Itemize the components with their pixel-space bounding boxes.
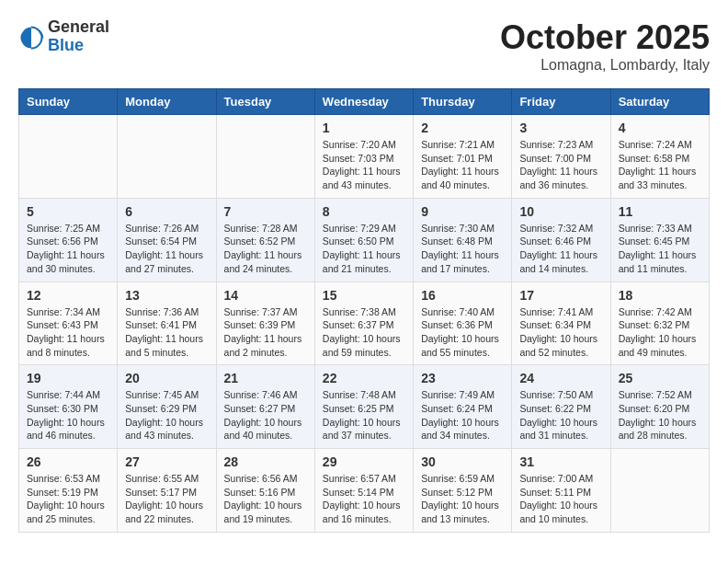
day-info: Sunrise: 7:20 AM Sunset: 7:03 PM Dayligh…	[323, 138, 405, 192]
weekday-header: Friday	[512, 89, 610, 115]
calendar-cell: 4Sunrise: 7:24 AM Sunset: 6:58 PM Daylig…	[610, 115, 709, 199]
calendar-cell: 24Sunrise: 7:50 AM Sunset: 6:22 PM Dayli…	[512, 365, 610, 449]
calendar-cell: 3Sunrise: 7:23 AM Sunset: 7:00 PM Daylig…	[512, 115, 610, 199]
day-number: 14	[224, 288, 307, 303]
calendar-cell: 23Sunrise: 7:49 AM Sunset: 6:24 PM Dayli…	[414, 365, 512, 449]
calendar-table: SundayMondayTuesdayWednesdayThursdayFrid…	[18, 88, 710, 533]
day-info: Sunrise: 7:28 AM Sunset: 6:52 PM Dayligh…	[224, 222, 307, 276]
day-number: 2	[421, 121, 504, 135]
day-number: 12	[27, 288, 109, 303]
logo-blue: Blue	[48, 37, 109, 55]
calendar-cell: 13Sunrise: 7:36 AM Sunset: 6:41 PM Dayli…	[118, 282, 216, 365]
day-info: Sunrise: 7:30 AM Sunset: 6:48 PM Dayligh…	[421, 222, 504, 276]
day-number: 18	[619, 288, 701, 303]
logo: General Blue	[18, 18, 109, 55]
day-info: Sunrise: 7:32 AM Sunset: 6:46 PM Dayligh…	[519, 222, 602, 276]
day-number: 19	[27, 371, 109, 385]
day-info: Sunrise: 7:25 AM Sunset: 6:56 PM Dayligh…	[27, 222, 109, 276]
month-title: October 2025	[500, 18, 710, 57]
day-number: 5	[27, 204, 109, 219]
title-block: October 2025 Lomagna, Lombardy, Italy	[500, 18, 710, 74]
day-info: Sunrise: 7:29 AM Sunset: 6:50 PM Dayligh…	[323, 222, 405, 276]
day-info: Sunrise: 7:36 AM Sunset: 6:41 PM Dayligh…	[125, 305, 208, 360]
day-info: Sunrise: 7:26 AM Sunset: 6:54 PM Dayligh…	[125, 222, 208, 276]
day-number: 16	[421, 288, 504, 303]
day-number: 9	[421, 204, 504, 219]
calendar-header-row: SundayMondayTuesdayWednesdayThursdayFrid…	[19, 89, 710, 115]
calendar-cell: 8Sunrise: 7:29 AM Sunset: 6:50 PM Daylig…	[314, 198, 413, 282]
day-info: Sunrise: 7:34 AM Sunset: 6:43 PM Dayligh…	[27, 305, 109, 360]
day-number: 31	[519, 454, 602, 469]
calendar-cell: 25Sunrise: 7:52 AM Sunset: 6:20 PM Dayli…	[610, 365, 709, 449]
calendar-cell: 27Sunrise: 6:55 AM Sunset: 5:17 PM Dayli…	[118, 449, 216, 533]
calendar-cell: 12Sunrise: 7:34 AM Sunset: 6:43 PM Dayli…	[19, 282, 118, 365]
day-number: 30	[421, 454, 504, 469]
day-number: 22	[323, 371, 405, 385]
calendar-cell: 21Sunrise: 7:46 AM Sunset: 6:27 PM Dayli…	[216, 365, 314, 449]
day-number: 23	[421, 371, 504, 385]
calendar-cell: 20Sunrise: 7:45 AM Sunset: 6:29 PM Dayli…	[118, 365, 216, 449]
day-info: Sunrise: 7:33 AM Sunset: 6:45 PM Dayligh…	[619, 222, 701, 276]
calendar-cell: 14Sunrise: 7:37 AM Sunset: 6:39 PM Dayli…	[216, 282, 314, 365]
day-number: 6	[125, 204, 208, 219]
page-header: General Blue October 2025 Lomagna, Lomba…	[18, 18, 710, 74]
weekday-header: Tuesday	[216, 89, 314, 115]
calendar-cell: 1Sunrise: 7:20 AM Sunset: 7:03 PM Daylig…	[314, 115, 413, 199]
day-number: 13	[125, 288, 208, 303]
calendar-cell: 10Sunrise: 7:32 AM Sunset: 6:46 PM Dayli…	[512, 198, 610, 282]
calendar-week-row: 12Sunrise: 7:34 AM Sunset: 6:43 PM Dayli…	[19, 282, 710, 365]
calendar-cell	[216, 115, 314, 199]
day-info: Sunrise: 6:56 AM Sunset: 5:16 PM Dayligh…	[224, 472, 307, 526]
day-number: 29	[323, 454, 405, 469]
day-number: 28	[224, 454, 307, 469]
day-number: 1	[323, 121, 405, 135]
day-info: Sunrise: 7:41 AM Sunset: 6:34 PM Dayligh…	[519, 305, 602, 360]
calendar-cell: 29Sunrise: 6:57 AM Sunset: 5:14 PM Dayli…	[314, 449, 413, 533]
day-number: 17	[519, 288, 602, 303]
day-info: Sunrise: 7:42 AM Sunset: 6:32 PM Dayligh…	[619, 305, 701, 360]
day-info: Sunrise: 7:40 AM Sunset: 6:36 PM Dayligh…	[421, 305, 504, 360]
calendar-cell: 19Sunrise: 7:44 AM Sunset: 6:30 PM Dayli…	[19, 365, 118, 449]
calendar-cell	[610, 449, 709, 533]
calendar-cell: 7Sunrise: 7:28 AM Sunset: 6:52 PM Daylig…	[216, 198, 314, 282]
day-info: Sunrise: 6:53 AM Sunset: 5:19 PM Dayligh…	[27, 472, 109, 526]
day-info: Sunrise: 6:59 AM Sunset: 5:12 PM Dayligh…	[421, 472, 504, 526]
day-info: Sunrise: 7:38 AM Sunset: 6:37 PM Dayligh…	[323, 305, 405, 360]
calendar-cell: 17Sunrise: 7:41 AM Sunset: 6:34 PM Dayli…	[512, 282, 610, 365]
day-info: Sunrise: 7:44 AM Sunset: 6:30 PM Dayligh…	[27, 388, 109, 442]
day-info: Sunrise: 6:55 AM Sunset: 5:17 PM Dayligh…	[125, 472, 208, 526]
day-number: 3	[519, 121, 602, 135]
day-number: 27	[125, 454, 208, 469]
calendar-week-row: 26Sunrise: 6:53 AM Sunset: 5:19 PM Dayli…	[19, 449, 710, 533]
day-info: Sunrise: 7:23 AM Sunset: 7:00 PM Dayligh…	[519, 138, 602, 192]
day-number: 11	[619, 204, 701, 219]
calendar-cell	[118, 115, 216, 199]
day-number: 7	[224, 204, 307, 219]
day-info: Sunrise: 7:50 AM Sunset: 6:22 PM Dayligh…	[519, 388, 602, 442]
day-number: 25	[619, 371, 701, 385]
calendar-cell: 26Sunrise: 6:53 AM Sunset: 5:19 PM Dayli…	[19, 449, 118, 533]
weekday-header: Monday	[118, 89, 216, 115]
day-info: Sunrise: 7:52 AM Sunset: 6:20 PM Dayligh…	[619, 388, 701, 442]
day-number: 15	[323, 288, 405, 303]
logo-text: General Blue	[48, 18, 109, 55]
calendar-cell: 30Sunrise: 6:59 AM Sunset: 5:12 PM Dayli…	[414, 449, 512, 533]
day-info: Sunrise: 7:49 AM Sunset: 6:24 PM Dayligh…	[421, 388, 504, 442]
day-info: Sunrise: 7:48 AM Sunset: 6:25 PM Dayligh…	[323, 388, 405, 442]
day-number: 21	[224, 371, 307, 385]
weekday-header: Sunday	[19, 89, 118, 115]
day-info: Sunrise: 7:37 AM Sunset: 6:39 PM Dayligh…	[224, 305, 307, 360]
calendar-cell: 2Sunrise: 7:21 AM Sunset: 7:01 PM Daylig…	[414, 115, 512, 199]
calendar-cell: 16Sunrise: 7:40 AM Sunset: 6:36 PM Dayli…	[414, 282, 512, 365]
calendar-cell: 31Sunrise: 7:00 AM Sunset: 5:11 PM Dayli…	[512, 449, 610, 533]
day-info: Sunrise: 7:21 AM Sunset: 7:01 PM Dayligh…	[421, 138, 504, 192]
day-number: 10	[519, 204, 602, 219]
logo-icon	[18, 24, 44, 50]
day-info: Sunrise: 6:57 AM Sunset: 5:14 PM Dayligh…	[323, 472, 405, 526]
calendar-cell: 6Sunrise: 7:26 AM Sunset: 6:54 PM Daylig…	[118, 198, 216, 282]
day-info: Sunrise: 7:46 AM Sunset: 6:27 PM Dayligh…	[224, 388, 307, 442]
calendar-cell: 22Sunrise: 7:48 AM Sunset: 6:25 PM Dayli…	[314, 365, 413, 449]
calendar-cell: 5Sunrise: 7:25 AM Sunset: 6:56 PM Daylig…	[19, 198, 118, 282]
day-number: 26	[27, 454, 109, 469]
day-number: 24	[519, 371, 602, 385]
